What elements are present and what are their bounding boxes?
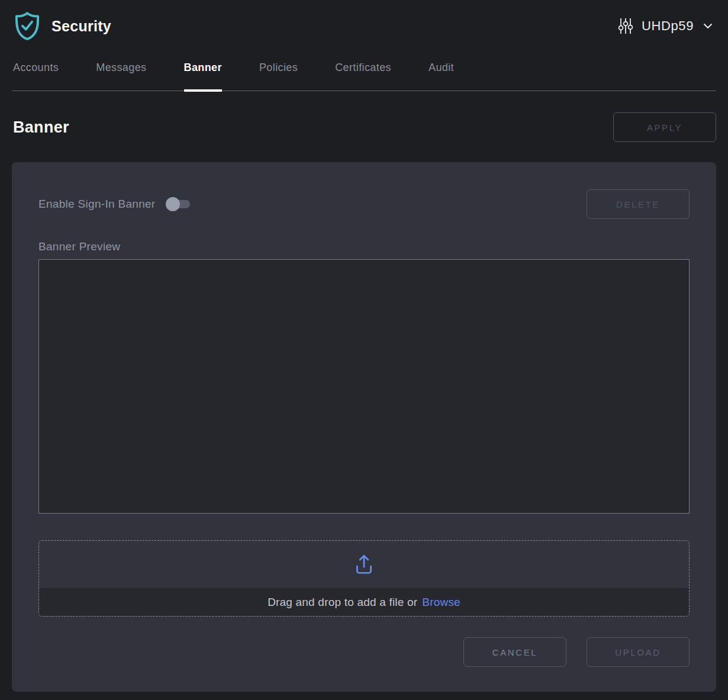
account-name: UHDp59 <box>642 18 694 34</box>
enable-signin-banner-toggle[interactable] <box>166 197 190 211</box>
tab-certificates[interactable]: Certificates <box>335 57 391 91</box>
chevron-down-icon <box>703 23 713 29</box>
section-header: Banner APPLY <box>0 91 728 162</box>
enable-banner-row: Enable Sign-In Banner DELETE <box>38 189 690 219</box>
drop-text: Drag and drop to add a file or <box>268 596 417 609</box>
page-title: Security <box>51 18 111 35</box>
dropzone-icon-area <box>39 541 689 588</box>
upload-button[interactable]: UPLOAD <box>587 637 690 667</box>
file-dropzone[interactable]: Drag and drop to add a file or Browse <box>38 540 690 617</box>
banner-preview-box <box>38 259 690 514</box>
banner-preview-label: Banner Preview <box>38 240 690 253</box>
tab-bar: Accounts Messages Banner Policies Certif… <box>12 50 716 91</box>
enable-banner-label: Enable Sign-In Banner <box>38 198 156 211</box>
card-actions: CANCEL UPLOAD <box>38 637 690 667</box>
active-tab-indicator <box>184 89 222 92</box>
sliders-icon <box>617 17 634 36</box>
tab-messages[interactable]: Messages <box>96 57 146 91</box>
tab-accounts[interactable]: Accounts <box>13 57 59 91</box>
toggle-knob <box>166 197 180 211</box>
banner-settings-card: Enable Sign-In Banner DELETE Banner Prev… <box>12 162 716 692</box>
header-left: Security <box>14 11 111 41</box>
browse-link[interactable]: Browse <box>422 596 460 609</box>
cancel-button[interactable]: CANCEL <box>463 637 566 667</box>
tab-audit[interactable]: Audit <box>429 57 454 91</box>
tab-banner[interactable]: Banner <box>184 57 222 91</box>
delete-button[interactable]: DELETE <box>587 189 690 219</box>
upload-tray-icon <box>353 553 375 576</box>
app-header: Security UHDp59 <box>0 0 728 50</box>
apply-button[interactable]: APPLY <box>613 112 716 142</box>
shield-check-icon <box>14 11 40 41</box>
dropzone-caption: Drag and drop to add a file or Browse <box>39 588 689 616</box>
tab-policies[interactable]: Policies <box>259 57 298 91</box>
section-title: Banner <box>13 118 69 137</box>
account-menu[interactable]: UHDp59 <box>617 17 713 36</box>
